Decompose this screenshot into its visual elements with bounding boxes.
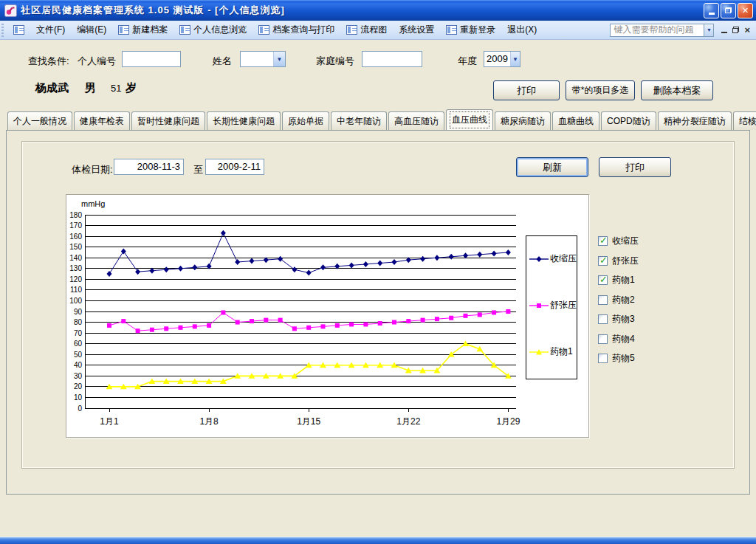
menu-lead-icon[interactable] bbox=[7, 23, 30, 37]
menu-item-3[interactable]: 新建档案 bbox=[112, 21, 173, 38]
tab-暂时性健康问题[interactable]: 暂时性健康问题 bbox=[131, 111, 205, 130]
chart-plot: 0102030405060708090100110120130140150160… bbox=[66, 195, 590, 438]
menu-bar: 文件(F)编辑(E)新建档案个人信息浏览档案查询与打印流程图系统设置重新登录退出… bbox=[0, 21, 756, 40]
unchecked-checkbox-药物2[interactable] bbox=[598, 295, 608, 305]
print-record-button[interactable]: 打印 bbox=[493, 80, 560, 100]
name-combo-arrow-icon[interactable]: ▼ bbox=[273, 52, 285, 66]
mdi-window-controls: × bbox=[721, 27, 750, 33]
refresh-button[interactable]: 刷新 bbox=[516, 157, 588, 177]
svg-text:170: 170 bbox=[69, 221, 82, 230]
legend-label: 舒张压 bbox=[550, 299, 577, 311]
menu-item-2[interactable]: 编辑(E) bbox=[71, 21, 112, 38]
unchecked-checkbox-药物3[interactable] bbox=[598, 314, 608, 324]
date-to-input[interactable]: 2009-2-11 bbox=[205, 159, 264, 175]
person-id-label: 个人编号 bbox=[78, 55, 116, 68]
series-checkbox-row-舒张压: 舒张压 bbox=[598, 255, 639, 267]
series-checkbox-row-药物1: 药物1 bbox=[598, 274, 635, 286]
svg-text:1月29: 1月29 bbox=[496, 416, 520, 427]
menu-item-5[interactable]: 档案查询与打印 bbox=[252, 21, 340, 38]
tab-精神分裂症随访[interactable]: 精神分裂症随访 bbox=[658, 111, 732, 130]
tab-COPD随访[interactable]: COPD随访 bbox=[601, 111, 656, 130]
unchecked-checkbox-药物4[interactable] bbox=[598, 334, 608, 344]
tab-糖尿病随访[interactable]: 糖尿病随访 bbox=[495, 111, 551, 130]
menu-item-1[interactable]: 文件(F) bbox=[30, 21, 71, 38]
svg-text:20: 20 bbox=[74, 382, 83, 390]
checked-checkbox-舒张压[interactable] bbox=[598, 256, 608, 266]
svg-text:140: 140 bbox=[69, 254, 82, 262]
menu-item-6[interactable]: 流程图 bbox=[340, 21, 393, 38]
multiselect-button[interactable]: 带*的项目多选 bbox=[566, 80, 635, 100]
tab-健康年检表[interactable]: 健康年检表 bbox=[74, 111, 130, 130]
minimize-button[interactable] bbox=[704, 3, 719, 18]
tab-长期性健康问题[interactable]: 长期性健康问题 bbox=[207, 111, 281, 130]
search-criteria-label: 查找条件: bbox=[28, 55, 69, 68]
form-icon bbox=[118, 25, 129, 35]
chart-print-button[interactable]: 打印 bbox=[599, 157, 671, 177]
svg-text:mmHg: mmHg bbox=[81, 199, 105, 208]
svg-text:60: 60 bbox=[74, 340, 83, 348]
tab-高血压随访[interactable]: 高血压随访 bbox=[388, 111, 444, 130]
blood-pressure-chart: 0102030405060708090100110120130140150160… bbox=[66, 194, 589, 438]
help-search: 键入需要帮助的问题 ▼ bbox=[610, 24, 714, 37]
legend-label: 药物1 bbox=[550, 345, 573, 358]
taskbar-edge bbox=[0, 537, 756, 544]
help-search-input[interactable]: 键入需要帮助的问题 bbox=[610, 24, 704, 37]
name-combo[interactable]: ▼ bbox=[240, 51, 286, 67]
svg-text:0: 0 bbox=[78, 404, 82, 413]
tab-结核病随访[interactable]: 结核病随访 bbox=[733, 111, 756, 130]
patient-age-unit: 岁 bbox=[126, 81, 137, 95]
family-id-input[interactable] bbox=[362, 51, 422, 67]
svg-text:110: 110 bbox=[70, 286, 82, 294]
year-combo[interactable]: 2009 ▼ bbox=[484, 51, 520, 67]
delete-record-button[interactable]: 删除本档案 bbox=[641, 80, 713, 100]
legend-entry-舒张压: 舒张压 bbox=[529, 299, 577, 311]
mdi-minimize-icon[interactable] bbox=[721, 32, 727, 33]
year-combo-arrow-icon[interactable]: ▼ bbox=[510, 52, 520, 66]
tab-血糖曲线[interactable]: 血糖曲线 bbox=[552, 111, 599, 130]
menu-item-4[interactable]: 个人信息浏览 bbox=[173, 21, 252, 38]
year-label: 年度 bbox=[458, 55, 477, 68]
menu-item-7[interactable]: 系统设置 bbox=[393, 21, 440, 38]
svg-text:90: 90 bbox=[74, 308, 83, 316]
svg-text:80: 80 bbox=[74, 318, 83, 326]
triangle-marker-swatch-icon bbox=[529, 348, 549, 357]
svg-text:100: 100 bbox=[69, 297, 82, 305]
tab-个人一般情况[interactable]: 个人一般情况 bbox=[7, 111, 72, 130]
close-button[interactable]: ✕ bbox=[738, 3, 753, 18]
checkbox-label: 药物5 bbox=[612, 352, 635, 365]
svg-text:180: 180 bbox=[69, 211, 82, 219]
person-id-input[interactable] bbox=[122, 51, 181, 67]
svg-text:1月15: 1月15 bbox=[297, 416, 320, 427]
app-icon bbox=[4, 4, 17, 17]
svg-text:1月8: 1月8 bbox=[199, 416, 219, 427]
checked-checkbox-药物1[interactable] bbox=[598, 275, 608, 285]
restore-button[interactable] bbox=[721, 3, 736, 18]
help-dropdown-arrow-icon[interactable]: ▼ bbox=[704, 24, 714, 37]
tab-血压曲线[interactable]: 血压曲线 bbox=[446, 109, 493, 130]
tab-中老年随访[interactable]: 中老年随访 bbox=[331, 111, 387, 130]
checkbox-label: 收缩压 bbox=[612, 235, 639, 247]
patient-name: 杨成武 bbox=[35, 81, 69, 95]
date-from-input[interactable]: 2008-11-3 bbox=[114, 159, 184, 175]
window-title: 社区居民健康档案管理系统 1.05 测试版 - [个人信息浏览] bbox=[21, 4, 702, 17]
exam-date-label: 体检日期: bbox=[72, 163, 113, 176]
checkbox-label: 舒张压 bbox=[612, 255, 639, 267]
svg-text:10: 10 bbox=[74, 393, 83, 402]
toolbar-grip-icon[interactable] bbox=[1, 24, 5, 37]
svg-text:1月1: 1月1 bbox=[100, 416, 119, 427]
menu-item-9[interactable]: 退出(X) bbox=[501, 21, 543, 38]
title-bar: 社区居民健康档案管理系统 1.05 测试版 - [个人信息浏览] ✕ bbox=[0, 0, 756, 21]
svg-text:120: 120 bbox=[69, 275, 82, 283]
tab-原始单据[interactable]: 原始单据 bbox=[282, 111, 329, 130]
svg-text:70: 70 bbox=[74, 329, 83, 337]
curve-panel: 体检日期: 2008-11-3 至 2009-2-11 刷新 打印 010203… bbox=[21, 141, 735, 469]
checked-checkbox-收缩压[interactable] bbox=[598, 236, 608, 246]
mdi-restore-icon[interactable] bbox=[732, 27, 739, 33]
svg-text:1月22: 1月22 bbox=[396, 416, 420, 427]
mdi-close-icon[interactable]: × bbox=[744, 27, 750, 33]
menu-item-8[interactable]: 重新登录 bbox=[440, 21, 501, 38]
chart-legend: 收缩压舒张压药物1 bbox=[526, 235, 577, 379]
legend-entry-收缩压: 收缩压 bbox=[529, 252, 577, 265]
series-checkbox-row-药物4: 药物4 bbox=[598, 333, 635, 345]
unchecked-checkbox-药物5[interactable] bbox=[598, 354, 608, 363]
